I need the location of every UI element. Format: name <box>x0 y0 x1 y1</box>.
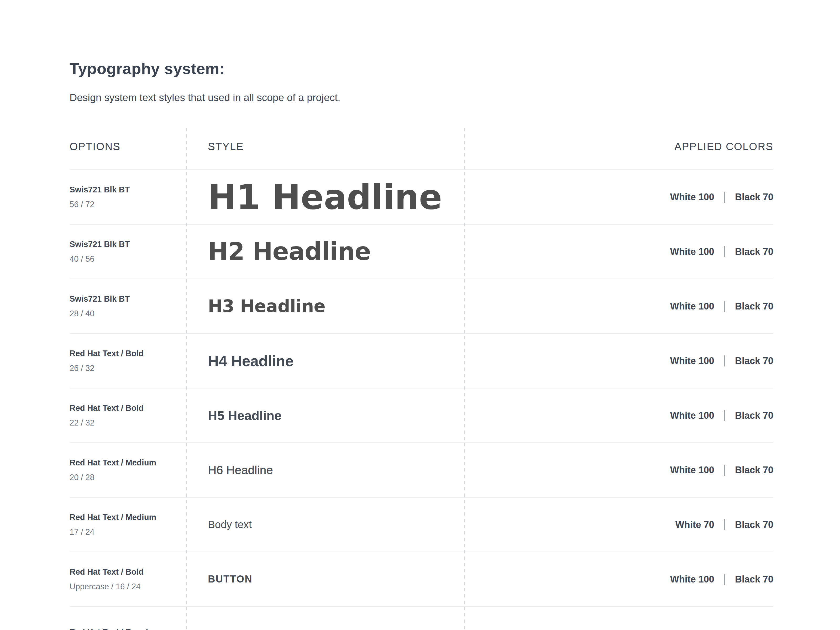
table-row-h3: Swis721 Blk BT 28 / 40 H3 Headline White… <box>69 279 773 334</box>
options-cell: Red Hat Text / Bold Uppercase / 16 / 24 <box>69 567 186 592</box>
font-size-label: Uppercase / 16 / 24 <box>69 581 186 592</box>
style-cell: H3 Headline <box>186 296 464 316</box>
color-separator <box>724 192 725 203</box>
font-name-label: Red Hat Text / Medium <box>69 458 186 468</box>
options-cell: Red Hat Text / Medium 20 / 28 <box>69 458 186 483</box>
style-cell: H1 Headline <box>186 177 464 217</box>
font-size-label: 56 / 72 <box>69 199 186 210</box>
color-black-label: Black 70 <box>735 465 773 476</box>
style-cell: H2 Headline <box>186 238 464 266</box>
color-separator <box>724 355 725 366</box>
applied-colors-cell: White 100 Black 70 <box>464 192 773 203</box>
style-sample-button: BUTTON <box>208 573 464 585</box>
applied-colors-cell: White 100 Black 70 <box>464 355 773 366</box>
color-white-label: White 100 <box>670 301 714 312</box>
color-white-label: White 100 <box>670 246 714 257</box>
color-separator <box>724 301 725 312</box>
applied-colors-cell: White 100 Black 70 <box>464 246 773 257</box>
applied-colors-cell: White 100 Black 70 <box>464 574 773 585</box>
color-white-label: White 70 <box>676 519 714 530</box>
font-size-label: 40 / 56 <box>69 254 186 264</box>
color-white-label: White 100 <box>670 574 714 585</box>
column-header-applied-colors: APPLIED COLORS <box>464 141 773 153</box>
font-name-label: Red Hat Text / Bold <box>69 567 186 577</box>
typography-table: OPTIONS STYLE APPLIED COLORS Swis721 Blk… <box>69 128 773 630</box>
options-cell: Red Hat Text / Bold 26 / 32 <box>69 348 186 374</box>
style-cell: BUTTON <box>186 573 464 585</box>
color-black-label: Black 70 <box>735 192 773 203</box>
font-size-label: 26 / 32 <box>69 363 186 374</box>
font-size-label: 22 / 32 <box>69 418 186 428</box>
color-black-label: Black 70 <box>735 301 773 312</box>
color-black-label: Black 70 <box>735 410 773 421</box>
table-header-row: OPTIONS STYLE APPLIED COLORS <box>69 128 773 170</box>
table-row-h4: Red Hat Text / Bold 26 / 32 H4 Headline … <box>69 334 773 388</box>
applied-colors-cell: White 100 Black 70 <box>464 410 773 421</box>
column-divider-dashed <box>464 128 465 630</box>
style-sample-h2: H2 Headline <box>208 238 464 266</box>
style-sample-h4: H4 Headline <box>208 352 464 369</box>
color-separator <box>724 410 725 421</box>
style-sample-body: Body text <box>208 519 464 531</box>
options-cell: Swis721 Blk BT 40 / 56 <box>69 239 186 264</box>
color-separator <box>724 519 725 530</box>
font-size-label: 20 / 28 <box>69 472 186 483</box>
color-black-label: Black 70 <box>735 355 773 366</box>
style-sample-h6: H6 Headline <box>208 463 464 477</box>
color-separator <box>724 246 725 257</box>
style-sample-h1: H1 Headline <box>208 177 464 217</box>
column-divider-dashed <box>186 128 187 630</box>
table-row-button: Red Hat Text / Bold Uppercase / 16 / 24 … <box>69 552 773 607</box>
applied-colors-cell: White 100 Black 70 <box>464 465 773 476</box>
color-white-label: White 100 <box>670 355 714 366</box>
table-row-h6: Red Hat Text / Medium 20 / 28 H6 Headlin… <box>69 443 773 498</box>
applied-colors-cell: White 100 Black 70 <box>464 301 773 312</box>
style-cell: Body text <box>186 519 464 531</box>
color-white-label: White 100 <box>670 410 714 421</box>
table-row-partial: Red Hat Text / Regular <box>69 607 773 630</box>
style-sample-h5: H5 Headline <box>208 408 464 423</box>
color-black-label: Black 70 <box>735 519 773 530</box>
style-sample-h3: H3 Headline <box>208 296 464 316</box>
options-cell: Red Hat Text / Bold 22 / 32 <box>69 403 186 428</box>
options-cell: Red Hat Text / Regular <box>69 627 186 630</box>
options-cell: Red Hat Text / Medium 17 / 24 <box>69 512 186 537</box>
color-white-label: White 100 <box>670 192 714 203</box>
column-header-options: OPTIONS <box>69 141 186 153</box>
page-subtitle: Design system text styles that used in a… <box>69 92 773 104</box>
options-cell: Swis721 Blk BT 56 / 72 <box>69 185 186 210</box>
font-name-label: Red Hat Text / Bold <box>69 403 186 414</box>
font-name-label: Red Hat Text / Regular <box>69 627 186 630</box>
color-black-label: Black 70 <box>735 246 773 257</box>
style-cell: H4 Headline <box>186 352 464 369</box>
color-separator <box>724 465 725 476</box>
page-title: Typography system: <box>69 59 773 78</box>
style-cell: H5 Headline <box>186 408 464 423</box>
font-name-label: Swis721 Blk BT <box>69 185 186 195</box>
applied-colors-cell: White 70 Black 70 <box>464 519 773 530</box>
options-cell: Swis721 Blk BT 28 / 40 <box>69 294 186 319</box>
table-row-h1: Swis721 Blk BT 56 / 72 H1 Headline White… <box>69 170 773 225</box>
font-size-label: 17 / 24 <box>69 527 186 537</box>
table-row-h2: Swis721 Blk BT 40 / 56 H2 Headline White… <box>69 225 773 279</box>
font-name-label: Swis721 Blk BT <box>69 294 186 304</box>
font-name-label: Red Hat Text / Medium <box>69 512 186 523</box>
typography-spec-page: Typography system: Design system text st… <box>69 0 773 630</box>
color-black-label: Black 70 <box>735 574 773 585</box>
color-white-label: White 100 <box>670 465 714 476</box>
column-header-style: STYLE <box>186 141 464 153</box>
font-name-label: Red Hat Text / Bold <box>69 348 186 359</box>
table-row-body-text: Red Hat Text / Medium 17 / 24 Body text … <box>69 498 773 552</box>
color-separator <box>724 574 725 585</box>
style-cell: H6 Headline <box>186 463 464 477</box>
font-size-label: 28 / 40 <box>69 308 186 319</box>
font-name-label: Swis721 Blk BT <box>69 239 186 249</box>
table-row-h5: Red Hat Text / Bold 22 / 32 H5 Headline … <box>69 388 773 443</box>
